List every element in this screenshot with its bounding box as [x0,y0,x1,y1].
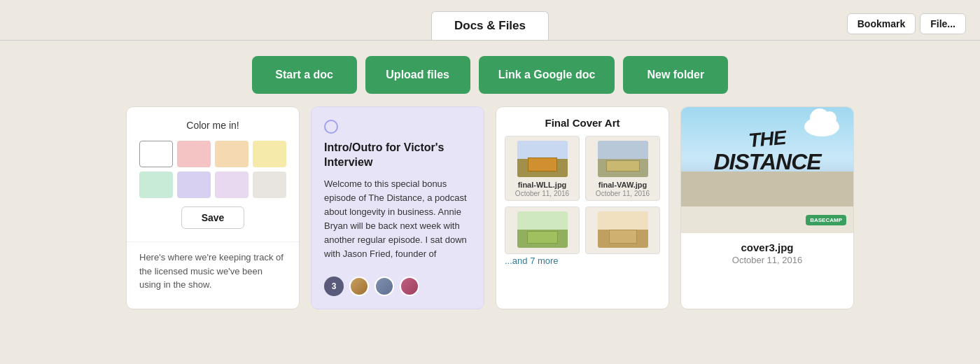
avatar-3 [400,276,419,296]
image-preview-4 [598,211,648,248]
save-color-button[interactable]: Save [181,206,245,229]
card-top: Color me in! Save [127,107,299,241]
swatch-lavender[interactable] [177,172,211,198]
image-thumb-3[interactable] [505,206,580,254]
cover3-date: October 11, 2016 [691,255,844,265]
cover3-the-word: THE [748,127,787,152]
cover3-title-text: THE DISTANCE [690,128,844,173]
swatch-lightgray[interactable] [253,172,286,198]
doc-card[interactable]: Intro/Outro for Victor's Interview Welco… [311,106,484,309]
swatch-mint[interactable] [139,172,173,198]
cover3-filename: cover3.jpg [691,241,844,253]
image-1-label: final-WLL.jpg [518,180,567,190]
swatch-white[interactable] [139,141,173,167]
image-thumb-2[interactable]: final-VAW.jpg October 11, 2016 [585,136,660,201]
image-preview-2 [598,141,648,177]
color-palette-card[interactable]: Color me in! Save Here's where we're kee… [126,106,300,309]
new-folder-button[interactable]: New folder [623,56,728,94]
swatch-peach[interactable] [215,141,248,167]
color-card-title: Color me in! [139,120,286,131]
doc-card-inner: Intro/Outro for Victor's Interview Welco… [312,107,484,270]
link-google-doc-button[interactable]: Link a Google doc [479,56,615,94]
doc-card-footer: 3 [312,270,484,303]
image-1-date: October 11, 2016 [515,190,569,197]
image-preview-1 [517,141,568,177]
image-thumb-1[interactable]: final-WLL.jpg October 11, 2016 [505,136,580,201]
start-doc-button[interactable]: Start a doc [252,56,357,94]
cards-row: Color me in! Save Here's where we're kee… [0,106,980,309]
doc-icon [324,120,338,134]
doc-body: Welcome to this special bonus episode of… [324,177,471,262]
avatar-1 [349,276,369,296]
cover3-info: cover3.jpg October 11, 2016 [681,233,853,270]
more-files-link[interactable]: ...and 7 more [505,255,559,266]
image-preview-3 [517,211,568,248]
bookmark-button[interactable]: Bookmark [847,13,916,34]
image-thumb-4[interactable] [585,206,660,254]
swatch-lightpurple[interactable] [215,172,248,198]
cover-art-card[interactable]: Final Cover Art final-WLL.jpg October 11… [496,106,669,309]
image-2-date: October 11, 2016 [596,190,650,197]
cover3-image: THE DISTANCE BASECAMP [681,107,853,233]
cover-art-title: Final Cover Art [505,117,660,129]
action-bar: Start a doc Upload files Link a Google d… [0,56,980,94]
header: Docs & Files Bookmark File... [0,0,980,41]
upload-files-button[interactable]: Upload files [365,56,470,94]
cover3-distance-word: DISTANCE [690,150,844,173]
building-silhouette [681,172,853,206]
doc-title: Intro/Outro for Victor's Interview [324,141,471,170]
header-actions: Bookmark File... [847,13,966,34]
file-button[interactable]: File... [920,13,966,34]
avatar-count: 3 [324,276,344,296]
color-card-description: Here's where we're keeping track of the … [127,241,299,300]
image-grid: final-WLL.jpg October 11, 2016 final-VAW… [505,136,660,254]
image-2-label: final-VAW.jpg [598,180,647,190]
color-grid [139,141,286,198]
avatar-2 [374,276,394,296]
basecamp-badge: BASECAMP [806,215,846,225]
cover3-bottom-strip: BASECAMP [681,206,853,233]
cover3-card[interactable]: THE DISTANCE BASECAMP cover3.jpg October… [680,106,854,309]
page-title: Docs & Files [431,11,549,40]
swatch-yellow[interactable] [253,141,286,167]
swatch-pink[interactable] [177,141,211,167]
